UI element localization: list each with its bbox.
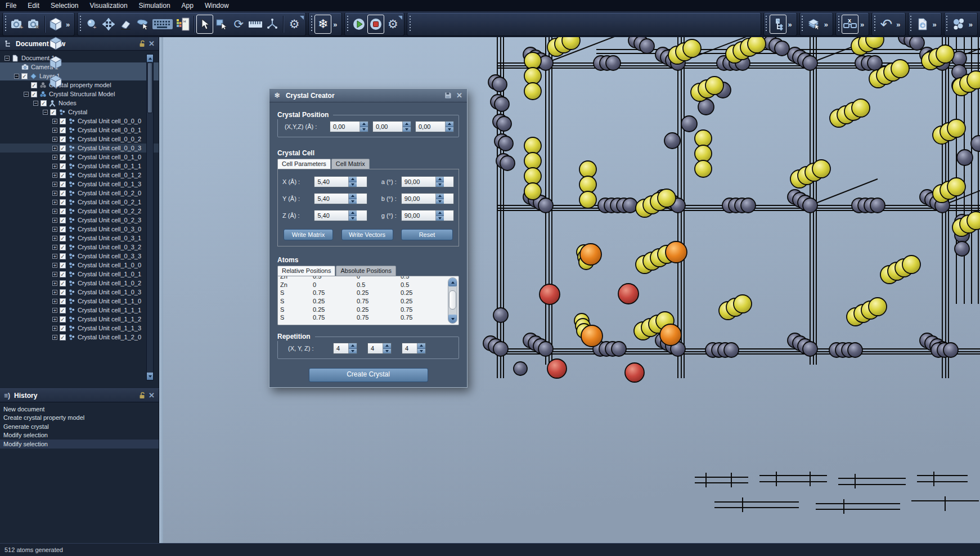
history-item[interactable]: Modify selection [0,440,159,449]
scroll-up-icon[interactable] [147,55,153,62]
scroll-down-icon[interactable] [147,373,153,380]
toolbar-handle[interactable] [79,16,82,33]
play-simulation-button[interactable] [350,15,367,34]
visibility-checkbox[interactable]: ✓ [60,244,66,250]
visibility-checkbox[interactable]: ✓ [31,91,37,97]
overflow-chevron[interactable]: » [331,20,339,29]
rotate-tool-button[interactable]: ⟳ [230,15,247,34]
unlock-icon[interactable] [139,392,145,399]
position-x-spinbox[interactable]: 0,00 [330,121,368,132]
document-view-toggle-button[interactable] [770,15,786,34]
write-vectors-button[interactable]: Write Vectors [341,229,393,240]
visibility-checkbox[interactable]: ✓ [60,298,66,304]
history-item[interactable]: Generate crystal [0,422,159,431]
expand-icon[interactable]: + [52,218,57,223]
tree-item[interactable]: ✓Crystal property model [0,80,159,89]
dialog-titlebar[interactable]: ❄ Crystal Creator ✕ [269,89,467,102]
overflow-chevron[interactable]: » [894,20,902,29]
tree-item[interactable]: +✓Crystal Unit cell_1_0_0 [0,261,159,270]
expand-icon[interactable]: + [52,290,57,295]
overflow-chevron[interactable]: » [822,20,830,29]
menu-visualization[interactable]: Visualization [84,0,133,11]
expand-icon[interactable]: + [52,308,57,313]
view-preset-4-button[interactable] [47,15,64,34]
tree-item[interactable]: +✓Crystal Unit cell_1_1_2 [0,315,159,324]
overflow-chevron[interactable]: » [786,20,794,29]
history-item[interactable]: Modify selection [0,431,159,440]
menu-app[interactable]: App [176,0,199,11]
overflow-chevron[interactable]: » [967,20,974,29]
tree-item[interactable]: +✓Crystal Unit cell_1_0_3 [0,288,159,297]
toolbar-handle[interactable] [837,16,840,33]
axes-tool-button[interactable] [264,15,281,34]
create-crystal-button[interactable]: Create Crystal [309,368,428,382]
keyboard-shortcuts-button[interactable] [151,15,174,34]
spin-up-icon[interactable] [349,210,357,216]
repetition-z-spinbox[interactable]: 4 [402,343,426,354]
spin-up-icon[interactable] [436,177,444,182]
cell-alpha-spinbox[interactable]: 90,00 [401,176,454,187]
tree-item[interactable]: −✓Nodes [0,98,159,107]
visibility-checkbox[interactable]: ✓ [41,100,47,106]
measure-tool-button[interactable] [247,15,264,34]
menu-simulation[interactable]: Simulation [133,0,176,11]
add-atom-button[interactable]: + [83,15,100,34]
toolbar-handle[interactable] [310,16,313,33]
atom-row[interactable]: Zn0.500.5 [280,276,446,281]
tree-item[interactable]: +✓Crystal Unit cell_0_0_1 [0,125,159,134]
expand-icon[interactable]: + [52,299,57,304]
expand-icon[interactable]: + [52,245,57,250]
atom-row[interactable]: S0.750.750.75 [280,313,446,322]
menu-window[interactable]: Window [199,0,235,11]
menu-file[interactable]: File [0,0,22,11]
collapse-icon[interactable]: − [43,110,48,115]
tree-item[interactable]: −✓Crystal [0,107,159,116]
lasso-select-button[interactable] [134,15,151,34]
tab-cell-matrix[interactable]: Cell Matrix [331,159,370,169]
delete-camera-button[interactable]: × [25,15,42,34]
visibility-checkbox[interactable]: ✓ [60,271,66,277]
close-dialog-button[interactable]: ✕ [456,91,462,100]
overflow-chevron[interactable]: » [64,20,71,29]
spin-down-icon[interactable] [349,216,357,221]
visibility-checkbox[interactable]: ✓ [60,325,66,331]
expand-icon[interactable]: + [52,119,57,124]
spin-down-icon[interactable] [403,127,411,132]
scrollbar-thumb[interactable] [147,62,152,113]
collapse-icon[interactable]: − [33,101,38,106]
spin-down-icon[interactable] [436,199,444,204]
add-document-button[interactable]: + [914,15,931,34]
tab-cell-parameters[interactable]: Cell Parameters [277,159,331,169]
visibility-checkbox[interactable]: ✓ [60,289,66,295]
tree-item[interactable]: +✓Crystal Unit cell_0_2_3 [0,216,159,225]
spin-up-icon[interactable] [383,343,391,349]
tree-item[interactable]: −✓Crystal Structural Model [0,89,159,98]
visibility-checkbox[interactable]: ✓ [60,181,66,187]
toolbar-handle[interactable] [910,16,912,33]
tree-item[interactable]: +✓Crystal Unit cell_0_2_2 [0,207,159,216]
toolbar-handle[interactable] [873,16,876,33]
expand-icon[interactable]: + [52,263,57,268]
expand-icon[interactable]: + [52,173,57,178]
spin-up-icon[interactable] [349,177,357,182]
visibility-checkbox[interactable]: ✓ [60,199,66,205]
atoms-table[interactable]: Zn0.500.5Zn00.50.5S0.750.250.25S0.250.75… [277,276,459,325]
visibility-checkbox[interactable]: ✓ [31,82,37,88]
history-item[interactable]: New document [0,405,159,414]
spin-down-icon[interactable] [349,349,357,354]
erase-tool-button[interactable] [117,15,134,34]
tree-item[interactable]: +✓Crystal Unit cell_0_2_1 [0,198,159,207]
collapse-icon[interactable]: − [14,74,19,79]
spin-down-icon[interactable] [383,349,391,354]
tree-item[interactable]: +✓Crystal Unit cell_0_0_3 [0,144,159,153]
toolbar-handle[interactable] [765,16,768,33]
expand-icon[interactable]: + [52,317,57,322]
atom-row[interactable]: S0.250.750.25 [280,297,446,306]
overflow-chevron[interactable]: » [931,20,938,29]
tree-item[interactable]: +✓Crystal Unit cell_1_1_1 [0,306,159,315]
cell-gamma-spinbox[interactable]: 90,00 [401,210,454,221]
spin-up-icon[interactable] [403,122,411,127]
tree-scrollbar[interactable] [146,54,154,380]
crystal-creator-button[interactable]: ❄ [314,15,331,34]
tab-absolute-positions[interactable]: Absolute Positions [336,266,396,276]
